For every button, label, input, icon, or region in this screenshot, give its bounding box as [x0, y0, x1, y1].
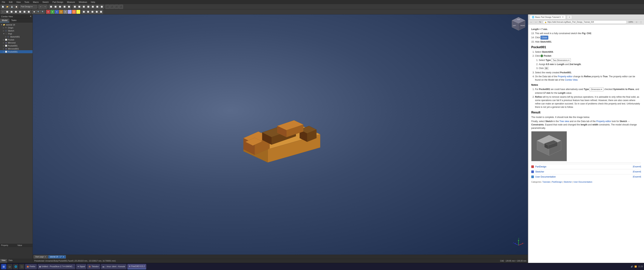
- tree-item-tutorial19[interactable]: ▼ 📁 tutorial 19: [0, 23, 32, 26]
- menu-tools[interactable]: Tools: [24, 1, 30, 4]
- view-bottom-btn[interactable]: ⬜: [18, 10, 22, 14]
- userdoc-expand-link[interactable]: [Expand]: [633, 175, 641, 178]
- tree-item-pad[interactable]: ▼ ⬛ Pad: [0, 32, 32, 35]
- redo-btn[interactable]: ↪: [43, 5, 47, 9]
- tb-icon-11[interactable]: ⬜: [95, 5, 99, 9]
- taskbar-firefox[interactable]: 🦊 Firefox: [25, 264, 37, 269]
- taskbar-prusaslicer[interactable]: ▦ Untitled – PrusaSlicer-2.7.4+UNKNO...: [38, 264, 75, 269]
- style-3[interactable]: ■: [55, 10, 59, 14]
- cat-userdoc[interactable]: User Documentation: [574, 181, 592, 183]
- menu-measure[interactable]: Measure: [66, 1, 76, 4]
- back-button[interactable]: ←: [530, 20, 533, 24]
- menu-view[interactable]: View: [16, 1, 22, 4]
- viewport-3d[interactable]: TOP LEFT FRONT X Y: [33, 15, 528, 255]
- zoom-out-btn[interactable]: 🔍: [41, 10, 45, 14]
- browser-icon[interactable]: 🌐: [13, 264, 18, 269]
- userdoc-footer-link[interactable]: User Documentation: [535, 175, 556, 178]
- combo-view-link[interactable]: Combo View: [565, 79, 577, 81]
- new-btn[interactable]: 📄: [1, 5, 5, 9]
- tab-data[interactable]: Data: [7, 259, 14, 263]
- tree-item-mirrored001[interactable]: ▷ ◈ Mirrored001: [0, 47, 32, 50]
- tree-item-sketch001[interactable]: ▷ ⬡ Sketch001: [0, 35, 32, 38]
- type-select[interactable]: Two Dimensions ▾: [551, 58, 571, 62]
- tb-icon-16[interactable]: ⬛: [119, 5, 123, 9]
- part-icon-2[interactable]: ⬜: [86, 10, 90, 14]
- workbench-dropdown[interactable]: Part Design ▾: [20, 5, 37, 9]
- view-front-btn[interactable]: ⬜: [5, 10, 9, 14]
- bookmark-button[interactable]: ☆: [635, 20, 638, 24]
- tab-start-page[interactable]: Start page ✕: [34, 255, 48, 258]
- style-8[interactable]: ■: [76, 10, 80, 14]
- save-btn[interactable]: 💾: [10, 5, 14, 9]
- property-editor-link[interactable]: Property editor: [558, 75, 572, 78]
- partdesign-expand-link[interactable]: [Expand]: [633, 165, 641, 168]
- forward-button[interactable]: →: [534, 20, 538, 24]
- style-7[interactable]: ■: [72, 10, 76, 14]
- style-6[interactable]: ■: [68, 10, 72, 14]
- tb-icon-4[interactable]: ⬜: [62, 5, 66, 9]
- tree-item-pocket001-1[interactable]: ▷ ⬜ Pocket001: [0, 44, 32, 47]
- taskbar-tmux[interactable]: ▬ :- tmux: client – Konsole: [101, 264, 126, 269]
- open-btn[interactable]: 📂: [5, 5, 9, 9]
- terminal-icon[interactable]: ⬛: [19, 264, 24, 269]
- menu-windows[interactable]: Windows: [78, 1, 88, 4]
- cat-tutorials[interactable]: Tutorials: [542, 181, 550, 183]
- sketcher-footer-link[interactable]: Sketcher: [535, 170, 544, 173]
- part-icon-5[interactable]: ⬜: [99, 10, 103, 14]
- cat-partdesign[interactable]: PartDesign: [552, 181, 562, 183]
- undo-btn[interactable]: ↩: [38, 5, 43, 9]
- view-iso-btn[interactable]: ⬡: [1, 10, 5, 14]
- style-4[interactable]: ■: [59, 10, 63, 14]
- tab-close-icon[interactable]: ✕: [44, 256, 46, 258]
- tree-item-pocket[interactable]: ▷ ⬜ Pocket: [0, 38, 32, 41]
- part-icon-4[interactable]: ⬜: [94, 10, 99, 14]
- style-5[interactable]: ■: [63, 10, 68, 14]
- view-top-btn[interactable]: ⬜: [14, 10, 18, 14]
- taskbar-signal[interactable]: ✉ Signal: [76, 264, 86, 269]
- tree-item-mirrored[interactable]: ▷ ◈ Mirrored: [0, 41, 32, 44]
- menu-macro[interactable]: Macro: [32, 1, 40, 4]
- menu-help[interactable]: Help: [90, 1, 96, 4]
- property-editor-link2[interactable]: Property editor: [596, 120, 611, 123]
- part-icon-1[interactable]: ⬜: [82, 10, 86, 14]
- tb-icon-1[interactable]: ⬜: [49, 5, 53, 9]
- taskbar-tokodon[interactable]: 🦣 Tokodon: [87, 264, 100, 269]
- cat-sketcher[interactable]: Sketcher: [564, 181, 572, 183]
- browser-new-tab[interactable]: +: [567, 15, 572, 19]
- tb-icon-2[interactable]: ⬜: [53, 5, 58, 9]
- close-button[interactable]: Close: [540, 36, 548, 40]
- part-icon-3[interactable]: ⬜: [90, 10, 94, 14]
- tb-icon-13[interactable]: ⬛: [106, 5, 110, 9]
- tb-icon-8[interactable]: ⬜: [82, 5, 86, 9]
- browser-tab-active[interactable]: 🌐 Basic Part Design Tutorial 0 ✕: [530, 15, 566, 19]
- menu-edit[interactable]: Edit: [8, 1, 13, 4]
- tb-icon-9[interactable]: ⬜: [86, 5, 90, 9]
- nav-cube[interactable]: TOP LEFT FRONT: [511, 16, 526, 31]
- partdesign-footer-link[interactable]: PartDesign: [535, 165, 546, 168]
- menu-sketch[interactable]: Sketch: [42, 1, 50, 4]
- sketcher-expand-link[interactable]: [Expand]: [633, 170, 641, 173]
- tree-item-origin[interactable]: ▷ ✛ Origin: [0, 26, 32, 29]
- tab-close-icon[interactable]: ✕: [63, 256, 64, 258]
- menu-button[interactable]: ⋮: [639, 20, 643, 24]
- url-bar[interactable]: 🔒 https://wiki.freecad.org/Basic_Part_De…: [543, 21, 627, 24]
- menu-file[interactable]: File: [1, 1, 6, 4]
- combo-view-close[interactable]: ✕: [30, 15, 32, 18]
- tree-view-link[interactable]: Tree view: [559, 120, 569, 123]
- style-1[interactable]: ■: [46, 10, 50, 14]
- refresh-button[interactable]: ↻: [538, 20, 542, 24]
- tb-icon-15[interactable]: ⬛: [114, 5, 118, 9]
- tb-icon-5[interactable]: ⬜: [67, 5, 71, 9]
- tab-tutorial19[interactable]: tutorial 19 : 1 * ✕: [48, 255, 66, 258]
- dimension-select[interactable]: Dimension ▾: [590, 87, 604, 91]
- menu-partdesign[interactable]: Part Design: [52, 1, 64, 4]
- tb-icon-7[interactable]: ⬜: [77, 5, 81, 9]
- clock[interactable]: 21:23: [638, 265, 643, 268]
- style-2[interactable]: ■: [50, 10, 54, 14]
- tab-tasks[interactable]: Tasks: [9, 19, 18, 22]
- view-right-btn[interactable]: ⬜: [26, 10, 31, 14]
- view-back-btn[interactable]: ⬜: [9, 10, 14, 14]
- taskbar-freecad[interactable]: ⚙ FreeCAD 0.21.2: [127, 264, 146, 269]
- tree-item-pocket001-2[interactable]: ▷ ⬜ Pocket001: [0, 50, 32, 53]
- tb-icon-3[interactable]: ⬜: [58, 5, 62, 9]
